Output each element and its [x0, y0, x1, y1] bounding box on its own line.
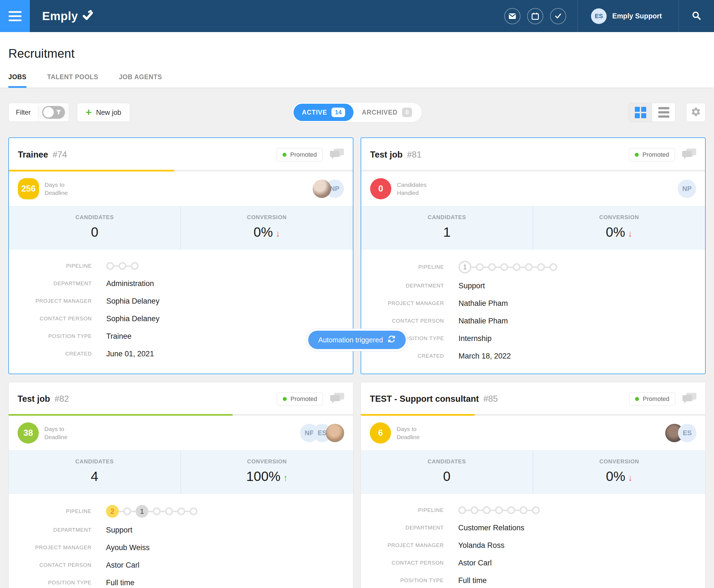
filter-label: Filter	[9, 108, 38, 116]
pipeline-step[interactable]	[507, 506, 515, 514]
tab-talent-pools[interactable]: TALENT POOLS	[47, 73, 98, 87]
pipeline-step[interactable]	[470, 506, 478, 514]
promoted-badge: Promoted	[629, 148, 675, 162]
contact-person-value: Astor Carl	[458, 559, 492, 567]
candidates-value: 0	[361, 469, 533, 484]
pipeline-step[interactable]	[519, 506, 527, 514]
pipeline-step[interactable]	[495, 506, 503, 514]
pipeline-step[interactable]	[190, 507, 198, 515]
pipeline-step[interactable]	[501, 263, 508, 271]
tab-jobs[interactable]: JOBS	[8, 73, 26, 87]
pipeline-step[interactable]	[123, 507, 131, 515]
pipeline-connector	[119, 511, 123, 512]
pipeline-steps[interactable]: 21	[106, 505, 198, 518]
comments-icon[interactable]	[682, 148, 696, 162]
pipeline-step[interactable]	[106, 262, 114, 270]
pipeline-step[interactable]: 1	[458, 261, 471, 273]
pipeline-step[interactable]	[476, 263, 484, 271]
job-card-test-support-consultant-85[interactable]: TEST - Support consultant #85 Promoted 6…	[361, 382, 706, 588]
trend-arrow-icon: ↓	[628, 473, 633, 483]
search-button[interactable]	[679, 0, 714, 32]
segment-active[interactable]: ACTIVE 14	[293, 104, 353, 121]
job-card-test-job-81[interactable]: Test job #81 Promoted 0 CandidatesHandle…	[361, 138, 706, 374]
segment-active-label: ACTIVE	[302, 109, 327, 116]
pipeline-step[interactable]	[165, 507, 173, 515]
candidates-label: CANDIDATES	[9, 458, 181, 465]
days-to-deadline-badge: 38	[18, 422, 39, 444]
tab-job-agents[interactable]: JOB AGENTS	[119, 73, 162, 87]
top-navigation-bar: Emply ES Emply Support	[0, 0, 714, 32]
pipeline-step[interactable]	[525, 263, 533, 271]
project-manager-label: PROJECT MANAGER	[18, 298, 92, 304]
promoted-badge: Promoted	[629, 392, 675, 406]
list-view-button[interactable]	[652, 103, 675, 122]
pipeline-connector	[173, 511, 177, 512]
filter-toggle-track[interactable]	[42, 106, 65, 119]
filter-toggle[interactable]	[38, 106, 69, 119]
calendar-icon[interactable]	[527, 8, 543, 24]
topbar-icon-group	[504, 0, 577, 32]
settings-button[interactable]	[686, 103, 706, 122]
comments-icon[interactable]	[330, 392, 344, 406]
gear-icon	[691, 106, 701, 118]
pipeline-step[interactable]: 1	[136, 505, 148, 518]
conversion-value: 0%	[253, 225, 273, 239]
mail-icon[interactable]	[504, 8, 521, 24]
project-manager-label: PROJECT MANAGER	[18, 545, 91, 551]
initials-avatar[interactable]: ES	[678, 424, 696, 442]
contact-person-value: Sophia Delaney	[106, 315, 160, 323]
project-manager-label: PROJECT MANAGER	[370, 300, 444, 307]
assignee-avatars[interactable]: NP	[313, 180, 344, 198]
job-card-test-job-82[interactable]: Test job #82 Promoted 38 Days toDeadline…	[8, 382, 353, 588]
pipeline-label: PIPELINE	[18, 263, 92, 269]
pipeline-connector	[527, 510, 532, 511]
created-label: CREATED	[370, 353, 444, 359]
assignee-avatars[interactable]: ES	[665, 424, 696, 442]
pipeline-steps[interactable]: 1	[458, 261, 557, 273]
deadline-label: CandidatesHandled	[397, 181, 426, 197]
photo-avatar[interactable]	[313, 180, 331, 198]
days-to-deadline-badge: 256	[18, 178, 39, 200]
tasks-check-icon[interactable]	[550, 8, 566, 24]
pipeline-connector	[466, 510, 470, 511]
initials-avatar[interactable]: NP	[678, 180, 696, 198]
pipeline-step[interactable]	[549, 263, 557, 271]
pipeline-step[interactable]	[537, 263, 545, 271]
hamburger-menu-icon[interactable]	[0, 0, 30, 32]
pipeline-step[interactable]	[458, 506, 466, 514]
new-job-button[interactable]: + New job	[77, 103, 130, 122]
pipeline-connector	[185, 511, 190, 512]
comments-icon[interactable]	[682, 392, 696, 406]
pipeline-step[interactable]	[177, 507, 185, 515]
candidates-value: 4	[9, 469, 181, 484]
contact-person-label: CONTACT PERSON	[370, 318, 444, 324]
job-card-trainee-74[interactable]: Trainee #74 Promoted 256 Days toDeadline…	[8, 138, 353, 374]
page-header: Recruitment JOBS TALENT POOLS JOB AGENTS	[0, 32, 714, 88]
pipeline-step[interactable]	[153, 507, 161, 515]
segment-archived[interactable]: ARCHIVED 0	[353, 104, 420, 121]
contact-person-label: CONTACT PERSON	[18, 316, 92, 322]
assignee-avatars[interactable]: NPES	[300, 424, 344, 442]
pipeline-label: PIPELINE	[18, 508, 91, 514]
pipeline-connector	[515, 510, 519, 511]
refresh-icon	[387, 335, 396, 345]
pipeline-step[interactable]	[131, 262, 139, 270]
pipeline-step[interactable]	[119, 262, 126, 270]
brand-logo[interactable]: Emply	[30, 0, 93, 32]
pipeline-step[interactable]: 2	[106, 505, 119, 518]
photo-avatar[interactable]	[326, 424, 344, 442]
user-menu[interactable]: ES Emply Support	[578, 0, 678, 32]
pipeline-step[interactable]	[532, 506, 540, 514]
pipeline-steps[interactable]	[106, 262, 139, 270]
active-count-badge: 14	[332, 108, 345, 117]
project-manager-value: Ayoub Weiss	[106, 543, 150, 552]
pipeline-connector	[508, 267, 513, 268]
grid-view-button[interactable]	[629, 103, 652, 122]
project-manager-label: PROJECT MANAGER	[370, 542, 444, 548]
pipeline-step[interactable]	[483, 506, 491, 514]
pipeline-step[interactable]	[513, 263, 521, 271]
pipeline-steps[interactable]	[458, 506, 540, 514]
pipeline-step[interactable]	[488, 263, 496, 271]
assignee-avatars[interactable]: NP	[678, 180, 696, 198]
comments-icon[interactable]	[330, 148, 344, 162]
